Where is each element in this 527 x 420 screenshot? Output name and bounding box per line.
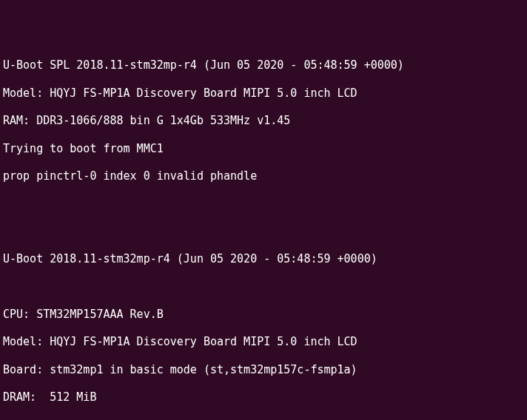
boot-line-pinctrl: prop pinctrl-0 index 0 invalid phandle <box>3 169 524 183</box>
boot-line-spl: U-Boot SPL 2018.11-stm32mp-r4 (Jun 05 20… <box>3 58 524 72</box>
boot-line-ram: RAM: DDR3-1066/888 bin G 1x4Gb 533MHz v1… <box>3 114 524 128</box>
boot-line-board: Board: stm32mp1 in basic mode (st,stm32m… <box>3 363 524 377</box>
boot-line-blank <box>3 197 524 211</box>
boot-line-model2: Model: HQYJ FS-MP1A Discovery Board MIPI… <box>3 335 524 349</box>
boot-line-blank <box>3 225 524 239</box>
boot-line-uboot: U-Boot 2018.11-stm32mp-r4 (Jun 05 2020 -… <box>3 252 524 266</box>
boot-line-trying: Trying to boot from MMC1 <box>3 142 524 156</box>
boot-line-model: Model: HQYJ FS-MP1A Discovery Board MIPI… <box>3 87 524 101</box>
boot-line-blank <box>3 280 524 294</box>
boot-line-dram: DRAM: 512 MiB <box>3 390 524 404</box>
boot-line-cpu: CPU: STM32MP157AAA Rev.B <box>3 308 524 322</box>
